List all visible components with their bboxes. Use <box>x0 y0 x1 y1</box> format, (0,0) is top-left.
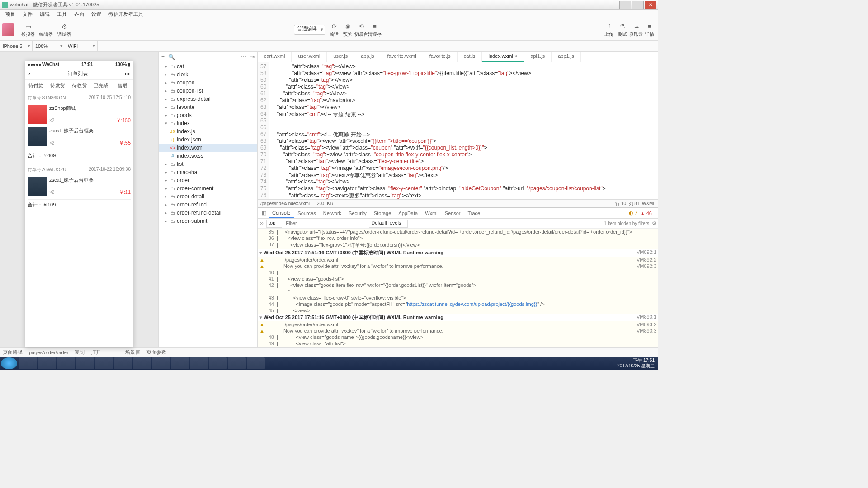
tree-node[interactable]: ▸🗀order <box>159 176 257 184</box>
toolbar-清缓存[interactable]: ≡清缓存 <box>368 22 382 38</box>
warning-count[interactable]: ◐ 7 <box>629 210 637 216</box>
devtools-tab-Console[interactable]: Console <box>269 208 294 218</box>
menu-文件[interactable]: 文件 <box>19 10 36 19</box>
devtools-tab-Network[interactable]: Network <box>320 209 345 218</box>
taskbar-item[interactable] <box>152 357 170 369</box>
toolbar-预览[interactable]: ◉预览 <box>341 22 354 38</box>
taskbar-item[interactable] <box>76 357 94 369</box>
tree-node[interactable]: <>index.wxml <box>159 144 257 152</box>
back-icon[interactable]: ‹ <box>28 70 31 77</box>
order-tab[interactable]: 待发货 <box>47 80 68 92</box>
editor-tab[interactable]: cart.wxml <box>258 52 292 62</box>
device-select[interactable]: iPhone 5 <box>0 41 33 51</box>
tree-node[interactable]: ▸🗀favorite <box>159 103 257 111</box>
tree-node[interactable]: ▸🗀express-detail <box>159 95 257 103</box>
order-tab[interactable]: 已完成 <box>90 80 112 92</box>
tree-node[interactable]: ▸🗀coupon <box>159 79 257 87</box>
taskbar-item[interactable] <box>38 357 56 369</box>
tree-node[interactable]: JSindex.js <box>159 127 257 136</box>
level-select[interactable]: Default levels <box>369 220 408 228</box>
toolbar-详情[interactable]: ≡详情 <box>643 22 656 38</box>
close-button[interactable]: ✕ <box>645 1 656 9</box>
menu-设置[interactable]: 设置 <box>88 10 105 19</box>
clear-console-icon[interactable]: ⊘ <box>259 221 264 226</box>
context-select[interactable]: top <box>266 220 282 228</box>
tree-node[interactable]: ▸🗀coupon-list <box>159 87 257 95</box>
tree-node[interactable]: ▾🗀index <box>159 119 257 127</box>
taskbar-item[interactable] <box>95 357 113 369</box>
editor-tab[interactable]: favorite.js <box>423 52 458 62</box>
editor-tab[interactable]: app1.js <box>552 52 580 62</box>
taskbar-item[interactable] <box>228 357 246 369</box>
tree-node[interactable]: ▸🗀order-submit <box>159 217 257 225</box>
menu-界面[interactable]: 界面 <box>71 10 88 19</box>
tree-node[interactable]: ▸🗀list <box>159 160 257 168</box>
zoom-select[interactable]: 100% <box>33 41 65 51</box>
sb-open[interactable]: 打开 <box>91 349 101 356</box>
toolbar-调试器[interactable]: ⚙调试器 <box>55 22 73 38</box>
editor-tab[interactable]: index.wxml × <box>482 52 524 62</box>
taskbar-item[interactable] <box>247 357 265 369</box>
tree-node[interactable]: ▸🗀order-refund-detail <box>159 209 257 217</box>
devtools-tab-Security[interactable]: Security <box>345 209 370 218</box>
minimize-button[interactable]: — <box>619 1 631 9</box>
toolbar-腾讯云[interactable]: ☁腾讯云 <box>629 22 643 38</box>
more-icon[interactable]: ⋯ <box>241 54 246 60</box>
taskbar-item[interactable] <box>57 357 75 369</box>
tree-node[interactable]: {}index.json <box>159 136 257 144</box>
search-icon[interactable]: 🔍 <box>168 54 175 60</box>
code-area[interactable]: "attr">class="tag"></view> "attr">class=… <box>269 62 607 199</box>
order-card[interactable]: 订单号:A5WIUOZU2017-10-22 16:09:38zscat_妹子后… <box>25 164 133 213</box>
tree-node[interactable]: ▸🗀goods <box>159 111 257 119</box>
taskbar-item[interactable] <box>190 357 208 369</box>
menu-微信开发者工具[interactable]: 微信开发者工具 <box>105 10 147 19</box>
toolbar-编译[interactable]: ⟳编译 <box>327 22 341 38</box>
toolbar-模拟器[interactable]: ▭模拟器 <box>19 22 37 38</box>
editor-tab[interactable]: api1.js <box>524 52 552 62</box>
devtools-tab-Storage[interactable]: Storage <box>370 209 395 218</box>
taskbar-item[interactable] <box>171 357 189 369</box>
tree-node[interactable]: ▸🗀order-detail <box>159 192 257 201</box>
toolbar-上传[interactable]: ⤴上传 <box>602 22 616 38</box>
compile-select[interactable]: 普通编译 <box>294 25 326 35</box>
menu-icon[interactable]: ••• <box>124 71 130 76</box>
devtools-dock-icon[interactable]: ◧ <box>259 210 269 216</box>
taskbar-item[interactable] <box>114 357 132 369</box>
network-select[interactable]: WiFi <box>65 41 98 51</box>
toolbar-测试[interactable]: ⚗测试 <box>616 22 629 38</box>
taskbar-item[interactable] <box>209 357 227 369</box>
editor-tab[interactable]: favorite.wxml <box>381 52 423 62</box>
editor-tab[interactable]: cat.js <box>458 52 482 62</box>
start-button[interactable] <box>1 357 17 369</box>
menu-工具[interactable]: 工具 <box>53 10 71 19</box>
tree-node[interactable]: ▸🗀miaosha <box>159 168 257 176</box>
tree-node[interactable]: ▸🗀order-refund <box>159 201 257 209</box>
devtools-tab-AppData[interactable]: AppData <box>395 209 421 218</box>
system-tray[interactable]: 下午 17:51 2017/10/25 星期三 <box>617 358 657 369</box>
menu-项目[interactable]: 项目 <box>2 10 19 19</box>
toolbar-编辑器[interactable]: 编辑器 <box>37 22 55 38</box>
settings-icon[interactable]: ⚙ <box>652 221 656 226</box>
maximize-button[interactable]: □ <box>632 1 644 9</box>
new-file-icon[interactable]: + <box>161 54 165 60</box>
editor-tab[interactable]: app.js <box>354 52 381 62</box>
devtools-tab-Wxml[interactable]: Wxml <box>421 209 441 218</box>
devtools-tab-Sources[interactable]: Sources <box>294 209 319 218</box>
menu-编辑[interactable]: 编辑 <box>36 10 53 19</box>
filter-input[interactable] <box>285 220 366 227</box>
editor-tab[interactable]: user.js <box>327 52 354 62</box>
taskbar-item[interactable] <box>133 357 151 369</box>
order-tab[interactable]: 待付款 <box>25 80 47 92</box>
order-tab[interactable]: 待收货 <box>68 80 90 92</box>
sb-copy[interactable]: 复制 <box>75 349 85 356</box>
tree-node[interactable]: #index.wxss <box>159 152 257 160</box>
order-card[interactable]: 订单号:8TN86KQN2017-10-25 17:51:10zsShop商城×… <box>25 92 133 164</box>
taskbar-item[interactable] <box>19 357 37 369</box>
collapse-icon[interactable]: ⇥ <box>250 54 255 60</box>
editor-tab[interactable]: user.wxml <box>292 52 327 62</box>
tree-node[interactable]: ▸🗀order-comment <box>159 184 257 192</box>
error-count[interactable]: ▲ 46 <box>640 211 652 216</box>
devtools-tab-Sensor[interactable]: Sensor <box>441 209 464 218</box>
tree-node[interactable]: ▸🗀cat <box>159 62 257 70</box>
tree-node[interactable]: ▸🗀clerk <box>159 70 257 79</box>
